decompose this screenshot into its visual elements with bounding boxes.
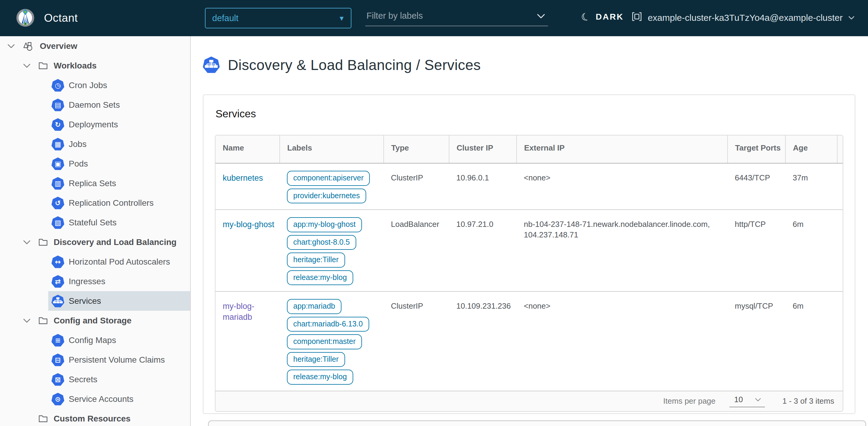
page-title: Discovery & Load Balancing / Services [203,56,481,74]
cell-target-ports: http/TCP [727,210,785,291]
sidebar-item-persistent-volume-claims[interactable]: ⊟ Persistent Volume Claims [0,350,190,370]
octant-logo-icon [16,8,35,28]
namespace-caret-icon: ▾ [340,13,344,23]
deployments-icon: ↻ [51,118,64,131]
label-pill[interactable]: app:my-blog-ghost [287,217,362,232]
sidebar-item-cron-jobs[interactable]: ◷ Cron Jobs [0,76,190,95]
column-header-age: Age [785,136,837,163]
theme-toggle-button[interactable]: ☾ DARK [581,11,624,23]
cell-target-ports: mysql/TCP [727,291,785,391]
column-header-name: Name [216,136,280,163]
table-row: kubernetes component:apiserver provider:… [216,163,843,210]
select-chevron-down-icon [755,398,761,402]
sidebar-item-deployments[interactable]: ↻ Deployments [0,115,190,134]
label-pill[interactable]: release:my-blog [287,270,353,285]
sidebar-item-overview[interactable]: Overview [0,36,190,56]
sidebar-item-pods[interactable]: ▣ Pods [0,154,190,173]
sidebar-item-secrets[interactable]: ⊠ Secrets [0,370,190,389]
items-per-page-value: 10 [734,395,743,404]
page-title-text: Discovery & Load Balancing / Services [228,57,481,73]
chevron-down-icon[interactable] [23,240,32,245]
label-pill[interactable]: heritage:Tiller [287,253,345,267]
chevron-down-icon[interactable] [7,44,16,49]
cell-target-ports: 6443/TCP [727,163,785,210]
items-per-page-select[interactable]: 10 [730,395,765,407]
pods-icon: ▣ [51,157,64,170]
sidebar-item-services[interactable]: Services [48,291,190,311]
column-header-type: Type [384,136,449,163]
sidebar-item-daemon-sets[interactable]: ▤ Daemon Sets [0,95,190,115]
sidebar-nav: Overview Workloads ◷ Cron Jobs ▤ Daemon … [0,36,191,426]
service-link[interactable]: my-blog-ghost [223,220,274,229]
app-brand: Octant [16,8,78,28]
sidebar-item-jobs[interactable]: ▦ Jobs [0,134,190,154]
app-title: Octant [44,12,78,24]
next-section-edge [208,420,866,426]
namespace-select[interactable]: default ▾ [205,8,351,28]
label-pill[interactable]: release:my-blog [287,370,353,385]
cell-cluster-ip: 10.96.0.1 [449,163,517,210]
cell-external-ip: <none> [517,291,727,391]
column-header-target-ports: Target Ports [727,136,785,163]
service-link[interactable]: my-blog-mariadb [223,302,254,322]
folder-icon [38,238,48,246]
replication-controllers-icon: ↺ [51,196,64,210]
service-accounts-icon: ⊙ [51,393,64,406]
services-table: Name Labels Type Cluster IP External IP … [215,135,843,412]
label-filter-input[interactable] [365,8,548,26]
stateful-sets-icon: ▧ [51,216,64,229]
label-pill[interactable]: component:apiserver [287,171,370,186]
label-pill[interactable]: chart:ghost-8.0.5 [287,235,356,250]
folder-icon [38,317,48,324]
sidebar-item-config-and-storage[interactable]: Config and Storage [0,311,190,330]
label-pill[interactable]: provider:kubernetes [287,189,366,204]
cluster-chevron-down-icon [848,16,855,20]
service-link[interactable]: kubernetes [223,173,263,182]
cell-cluster-ip: 10.97.21.0 [449,210,517,291]
chevron-down-icon[interactable] [23,63,32,68]
sidebar-item-replica-sets[interactable]: ▥ Replica Sets [0,173,190,193]
cell-age: 37m [785,163,837,210]
sidebar-item-custom-resources[interactable]: Custom Resources [0,409,190,426]
cluster-selector[interactable]: example-cluster-ka3TuTzYo4a@example-clus… [631,11,855,24]
services-icon [51,294,64,308]
replica-sets-icon: ▥ [51,177,64,190]
daemon-sets-icon: ▤ [51,98,64,112]
sidebar-item-stateful-sets[interactable]: ▧ Stateful Sets [0,213,190,232]
sidebar-item-horizontal-pod-autoscalers[interactable]: ↔ Horizontal Pod Autoscalers [0,252,190,272]
label-pill[interactable]: heritage:Tiller [287,352,345,367]
card-title: Services [216,108,843,120]
chevron-placeholder [23,416,32,421]
sidebar-item-replication-controllers[interactable]: ↺ Replication Controllers [0,193,190,213]
cell-age: 6m [785,210,837,291]
folder-icon [38,415,48,423]
config-maps-icon: ≡ [51,334,64,347]
main-content: Discovery & Load Balancing / Services Se… [191,36,868,426]
sidebar-item-discovery-and-load-balancing[interactable]: Discovery and Load Balancing [0,232,190,252]
pagination-range-text: 1 - 3 of 3 items [782,396,834,406]
sidebar-item-service-accounts[interactable]: ⊙ Service Accounts [0,389,190,409]
app-header: Octant default ▾ ☾ DARK example-cluster-… [0,0,868,36]
column-header-labels: Labels [280,136,384,163]
items-per-page-label: Items per page [663,396,715,406]
table-row: my-blog-mariadb app:mariadb chart:mariad… [216,291,843,391]
label-pill[interactable]: app:mariadb [287,299,341,314]
services-title-icon [203,56,220,74]
horizontal-pod-autoscalers-icon: ↔ [51,255,64,268]
cell-cluster-ip: 10.109.231.236 [449,291,517,391]
filter-chevron-down-icon[interactable] [536,13,546,21]
sidebar-item-config-maps[interactable]: ≡ Config Maps [0,330,190,350]
column-header-spacer [837,136,843,163]
sidebar-item-workloads[interactable]: Workloads [0,56,190,76]
sidebar-item-ingresses[interactable]: ⇄ Ingresses [0,272,190,291]
cluster-label: example-cluster-ka3TuTzYo4a@example-clus… [648,13,843,23]
label-pill[interactable]: component:master [287,334,362,349]
services-card: Services Name Labels Type Cluster IP Ext… [203,94,855,414]
cell-type: LoadBalancer [384,210,449,291]
jobs-icon: ▦ [51,138,64,151]
cluster-icon [631,11,642,24]
chevron-down-icon[interactable] [23,318,32,323]
cron-jobs-icon: ◷ [51,79,64,92]
label-pill[interactable]: chart:mariadb-6.13.0 [287,317,369,332]
cell-external-ip: nb-104-237-148-71.newark.nodebalancer.li… [517,210,727,291]
